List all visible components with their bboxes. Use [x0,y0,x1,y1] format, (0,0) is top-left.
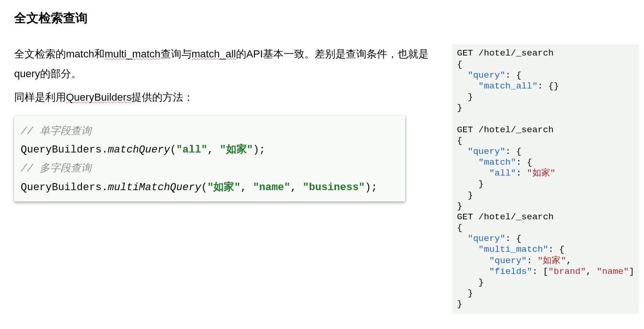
brace: } [457,103,462,113]
json-key: "query" [468,70,505,80]
brace: { [516,146,521,157]
brace: } [479,277,484,288]
indent [457,146,468,157]
paragraph-2: 同样是利用QueryBuilders提供的方法： [14,88,438,107]
brace: } [468,288,473,298]
code-string: "all" [176,144,207,156]
page-title: 全文检索查询 [14,9,630,26]
json-key: "match" [479,157,516,168]
indent [457,179,479,189]
code-method: matchQuery [108,144,170,156]
indent [457,244,479,255]
brace: { [516,70,521,80]
colon: : [505,146,516,157]
brace: { [559,244,564,255]
json-string: "name" [597,266,629,277]
code-comma: , [290,182,302,193]
json-key: "query" [489,256,527,266]
code-comma: , [241,182,253,193]
indent [457,168,489,178]
indent [457,92,468,102]
code-paren: ( [201,182,207,193]
json-key: "multi_match" [479,244,548,255]
colon: : [548,244,559,255]
spellcheck-underline: match_all [192,48,236,60]
brace: { [457,59,462,70]
comma: , [566,256,571,266]
indent [457,81,479,91]
brace: } [468,190,473,201]
request-line: GET /hotel/_search [457,48,554,58]
brace: { [457,223,462,233]
text: 查询与 [161,48,192,60]
empty-object: {} [548,81,559,91]
indent [457,256,489,266]
code-string: "business" [303,182,365,193]
brace: } [457,299,462,309]
code-text: QueryBuilders. [21,182,108,193]
brace: } [468,92,473,102]
brace: } [479,179,484,189]
code-method: multiMatchQuery [108,182,201,193]
json-key: "query" [468,233,505,244]
colon: : [532,266,543,277]
indent [457,233,468,244]
colon: : [516,168,527,178]
text: 同样是利用 [14,91,66,103]
text: 提供的方法： [131,91,194,103]
paragraph-1: 全文检索的match和multi_match查询与match_all的API基本… [14,44,438,84]
right-column: GET /hotel/_search { "query": { "match_a… [452,44,639,313]
indent [457,70,468,80]
bracket: [ [543,266,548,277]
code-paren: ); [253,144,265,156]
left-column: 全文检索的match和multi_match查询与match_all的API基本… [14,44,438,201]
colon: : [505,70,516,80]
code-paren: ); [365,182,377,193]
json-key: "match_all" [479,81,538,91]
brace: { [457,136,462,146]
es-request-block: GET /hotel/_search { "query": { "match_a… [452,44,639,313]
spellcheck-underline: multi_match [105,48,161,60]
code-string: "name" [253,182,290,193]
text: 全文检索的match和 [14,48,105,60]
code-comma: , [207,144,220,156]
spellcheck-underline: QueryBuilders [66,91,131,103]
comma: , [586,266,591,277]
bracket: ] [629,266,634,277]
brace: { [516,233,521,244]
code-comment: // 多字段查询 [21,163,91,175]
code-paren: ( [170,144,176,156]
request-line: GET /hotel/_search [457,125,554,135]
json-string: "brand" [548,266,586,277]
brace: { [527,157,532,168]
indent [457,288,468,298]
json-string: "如家" [538,256,566,266]
indent [457,190,468,201]
json-string: "如家" [527,168,555,178]
json-key: "all" [489,168,516,178]
brace: } [457,201,462,211]
code-text: QueryBuilders. [21,144,108,156]
colon: : [505,233,516,244]
colon: : [516,157,527,168]
two-column-layout: 全文检索的match和multi_match查询与match_all的API基本… [14,44,630,313]
indent [457,157,479,168]
colon: : [527,256,538,266]
colon: : [538,81,548,91]
request-line: GET /hotel/_search [457,212,554,222]
json-key: "fields" [489,266,532,277]
java-code-block: // 单字段查询 QueryBuilders.matchQuery("all",… [14,116,405,201]
code-string: "如家" [220,144,253,156]
code-comment: // 单字段查询 [21,126,91,137]
indent [457,266,489,277]
indent [457,277,479,288]
code-string: "如家" [207,182,240,193]
json-key: "query" [468,146,505,157]
